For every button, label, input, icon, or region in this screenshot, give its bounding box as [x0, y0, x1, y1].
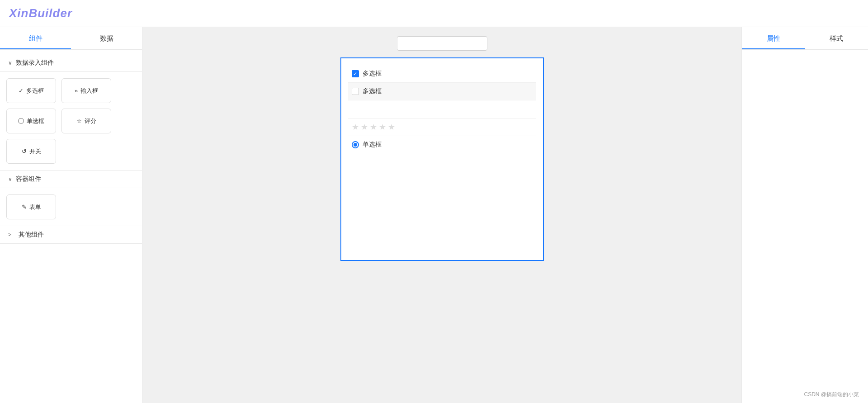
check-icon: ✓ [19, 87, 24, 94]
watermark: CSDN @搞前端的小菜 [804, 391, 859, 398]
sidebar: 组件 数据 ∨ 数据录入组件 ✓ 多选框 » 输入框 ⓘ 单选框 [0, 27, 142, 403]
radio-selected-icon [352, 141, 359, 148]
main-layout: 组件 数据 ∨ 数据录入组件 ✓ 多选框 » 输入框 ⓘ 单选框 [0, 27, 868, 403]
component-rating-label: 评分 [85, 117, 96, 125]
component-input-label: 输入框 [80, 87, 98, 95]
star-5-icon: ★ [388, 122, 395, 132]
component-switch-label: 开关 [29, 147, 41, 156]
form-icon: ✎ [22, 204, 27, 210]
canvas-radio-row: 单选框 [348, 136, 536, 153]
canvas-top-bar [151, 36, 732, 51]
input-icon: » [75, 87, 78, 94]
section-items-data-entry: ✓ 多选框 » 输入框 ⓘ 单选框 ☆ 评分 ↺ 开关 [0, 72, 142, 171]
star-2-icon: ★ [361, 122, 368, 132]
canvas: 多选框 多选框 ★ ★ ★ ★ ★ 单选框 [142, 27, 741, 403]
section-label-container: 容器组件 [16, 175, 41, 183]
chevron-right-icon: > [8, 232, 11, 238]
chevron-down-icon-2: ∨ [8, 176, 12, 182]
component-radio[interactable]: ⓘ 单选框 [6, 109, 56, 133]
component-rating[interactable]: ☆ 评分 [61, 109, 111, 133]
switch-icon: ↺ [22, 148, 27, 155]
canvas-rating-row: ★ ★ ★ ★ ★ [348, 119, 536, 136]
sidebar-content: ∨ 数据录入组件 ✓ 多选框 » 输入框 ⓘ 单选框 ☆ 评分 [0, 50, 142, 403]
component-input[interactable]: » 输入框 [61, 78, 111, 103]
logo: XinBuilder [9, 6, 72, 20]
component-checkbox-label: 多选框 [26, 87, 44, 95]
component-form-label: 表单 [29, 203, 41, 211]
right-panel-tabs: 属性 样式 [742, 27, 868, 50]
star-3-icon: ★ [370, 122, 377, 132]
section-items-container: ✎ 表单 [0, 188, 142, 226]
tab-style[interactable]: 样式 [805, 34, 868, 49]
canvas-empty-row [348, 100, 536, 119]
canvas-form-area[interactable]: 多选框 多选框 ★ ★ ★ ★ ★ 单选框 [340, 57, 544, 261]
canvas-checkbox-unchecked-row: 多选框 [348, 83, 536, 100]
component-form[interactable]: ✎ 表单 [6, 194, 56, 219]
component-checkbox[interactable]: ✓ 多选框 [6, 78, 56, 103]
component-switch[interactable]: ↺ 开关 [6, 139, 56, 164]
section-label-other: 其他组件 [19, 231, 44, 239]
section-header-other[interactable]: > 其他组件 [0, 226, 142, 244]
star-4-icon: ★ [379, 122, 386, 132]
chevron-down-icon: ∨ [8, 60, 12, 66]
header: XinBuilder [0, 0, 868, 27]
canvas-checkbox-checked-label: 多选框 [363, 70, 382, 78]
sidebar-tabs: 组件 数据 [0, 27, 142, 50]
tab-data[interactable]: 数据 [71, 34, 142, 49]
checkbox-unchecked-icon [352, 88, 359, 95]
star-icon: ☆ [76, 118, 82, 124]
section-header-data-entry[interactable]: ∨ 数据录入组件 [0, 54, 142, 72]
canvas-checkbox-checked-row: 多选框 [348, 65, 536, 83]
component-radio-label: 单选框 [27, 117, 44, 125]
canvas-radio-label: 单选框 [363, 141, 382, 149]
radio-icon: ⓘ [18, 117, 24, 125]
star-1-icon: ★ [352, 122, 359, 132]
section-label-data-entry: 数据录入组件 [16, 59, 54, 67]
tab-properties[interactable]: 属性 [742, 34, 805, 49]
right-panel: 属性 样式 [741, 27, 868, 403]
checkbox-checked-icon [352, 70, 359, 77]
tab-components[interactable]: 组件 [0, 34, 71, 49]
section-header-container[interactable]: ∨ 容器组件 [0, 171, 142, 188]
canvas-top-input[interactable] [397, 36, 487, 51]
canvas-checkbox-unchecked-label: 多选框 [363, 87, 382, 95]
